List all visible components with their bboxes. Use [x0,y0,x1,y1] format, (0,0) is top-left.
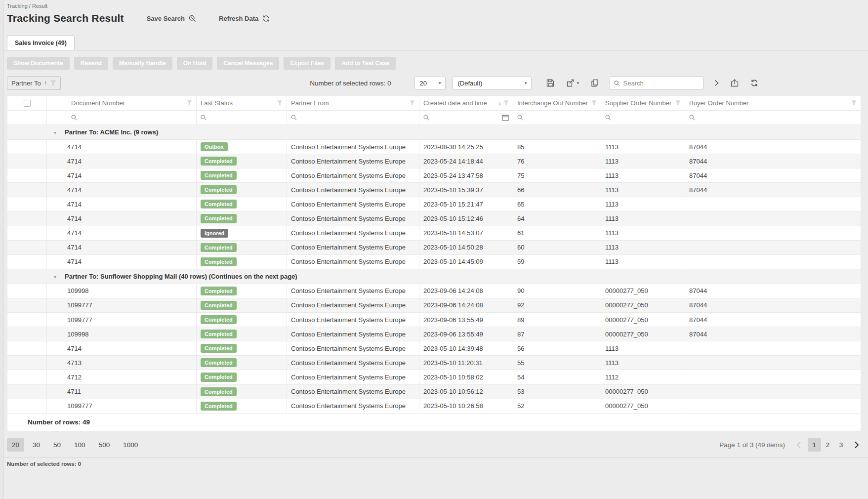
filter-icon[interactable] [851,100,857,106]
table-row[interactable]: 1099777CompletedContoso Entertainment Sy… [7,313,861,327]
row-select-cell[interactable] [7,168,47,183]
filter-cell-created-date-and-time[interactable] [419,111,513,125]
filter-cell-buyer-order-number[interactable] [685,111,861,125]
save-layout-button[interactable] [546,79,554,87]
toolbar-button-add-to-test-case[interactable]: Add to Test Case [335,57,396,70]
table-row[interactable]: 4714CompletedContoso Entertainment Syste… [7,183,861,197]
row-select-cell[interactable] [7,341,47,356]
filter-icon[interactable] [410,100,415,106]
table-row[interactable]: 4714CompletedContoso Entertainment Syste… [7,154,861,168]
filter-cell-last-status[interactable] [197,111,287,125]
row-select-cell[interactable] [7,370,47,384]
table-row[interactable]: 1099777CompletedContoso Entertainment Sy… [7,399,861,413]
group-by-chip[interactable]: Partner To ↑ [7,76,61,90]
row-select-cell[interactable] [7,240,47,254]
page-size-option-50[interactable]: 50 [48,438,66,452]
column-header-document-number[interactable]: Document Number [47,96,197,111]
chevron-right-icon [854,441,859,449]
filter-icon[interactable] [503,100,509,106]
table-row[interactable]: 4714CompletedContoso Entertainment Syste… [7,197,861,211]
row-select-cell[interactable] [7,211,47,226]
table-row[interactable]: 4714OutboxContoso Entertainment Systems … [7,140,861,154]
row-select-cell[interactable] [7,197,47,211]
page-size-option-1000[interactable]: 1000 [118,438,143,452]
column-header-buyer-order-number[interactable]: Buyer Order Number [685,96,861,111]
calendar-icon[interactable] [502,114,509,121]
table-row[interactable]: 4713CompletedContoso Entertainment Syste… [7,356,861,370]
filter-cell-supplier-order-number[interactable] [601,111,685,125]
cell-buyer-order-number: 87044 [685,168,861,183]
collapse-caret-icon[interactable]: ▾ [54,130,56,135]
row-select-cell[interactable] [7,140,47,154]
cell-created-date-and-time: 2023-05-24 13:47:58 [419,168,513,183]
table-row[interactable]: 4714CompletedContoso Entertainment Syste… [7,211,861,226]
row-select-cell[interactable] [7,298,47,312]
table-row[interactable]: 109998CompletedContoso Entertainment Sys… [7,284,861,298]
row-select-cell[interactable] [7,154,47,168]
table-row[interactable]: 1099777CompletedContoso Entertainment Sy… [7,298,861,312]
page-size-select[interactable]: 20 ▾ [414,77,446,90]
filter-cell-document-number[interactable] [47,111,197,125]
row-select-cell[interactable] [7,254,47,269]
layout-select[interactable]: (Default) ▾ [453,77,532,90]
toolbar-button-export-files[interactable]: Export Files [284,57,331,70]
filter-icon[interactable] [187,100,192,106]
table-row[interactable]: 4714CompletedContoso Entertainment Syste… [7,341,861,356]
row-select-cell[interactable] [7,384,47,399]
filter-cell-partner-from[interactable] [287,111,419,125]
column-header-partner-from[interactable]: Partner From [287,96,419,111]
column-header-supplier-order-number[interactable]: Supplier Order Number [601,96,685,111]
page-size-option-30[interactable]: 30 [28,438,45,452]
page-size-option-500[interactable]: 500 [94,438,115,452]
row-select-cell[interactable] [7,399,47,413]
toolbar-button-cancel-messages[interactable]: Cancel Messages [217,57,279,70]
column-header-interchange-out-number[interactable]: Interchange Out Number [513,96,601,111]
filter-icon[interactable] [591,100,597,106]
page-size-option-100[interactable]: 100 [69,438,90,452]
cell-buyer-order-number [685,211,861,226]
row-select-cell[interactable] [7,327,47,341]
row-select-cell[interactable] [7,284,47,298]
breadcrumb[interactable]: Tracking / Result [7,0,861,9]
pagination-page-3[interactable]: 3 [834,438,848,452]
row-select-cell[interactable] [7,226,47,240]
row-select-cell[interactable] [7,183,47,197]
table-row[interactable]: 4711CompletedContoso Entertainment Syste… [7,384,861,399]
pagination-page-2[interactable]: 2 [821,438,834,452]
toolbar-button-show-documents[interactable]: Show Documents [7,57,70,70]
refresh-grid-button[interactable] [750,79,758,87]
select-all-header[interactable] [7,96,47,111]
table-row[interactable]: 4712CompletedContoso Entertainment Syste… [7,370,861,384]
refresh-data-button[interactable]: Refresh Data [219,15,270,22]
pagination-next-button[interactable] [852,440,861,450]
save-search-button[interactable]: Save Search [147,15,196,22]
expand-panel-button[interactable] [714,80,719,86]
pagination-page-1[interactable]: 1 [808,438,821,452]
open-in-window-button[interactable] [731,79,739,87]
cell-supplier-order-number: 1113 [601,254,685,269]
export-button[interactable]: ▾ [566,79,579,87]
filter-icon[interactable] [277,100,283,106]
toolbar-button-resend[interactable]: Resend [74,57,108,70]
table-row[interactable]: 4714CompletedContoso Entertainment Syste… [7,254,861,269]
row-select-cell[interactable] [7,356,47,370]
select-all-checkbox[interactable] [24,100,31,107]
copy-button[interactable] [591,79,599,87]
page-size-option-20[interactable]: 20 [7,438,24,452]
table-row[interactable]: 109998CompletedContoso Entertainment Sys… [7,327,861,341]
column-header-last-status[interactable]: Last Status [197,96,287,111]
toolbar-button-manually-handle[interactable]: Manually Handle [113,57,172,70]
filter-icon[interactable] [675,100,681,106]
tab-sales-invoice[interactable]: Sales Invoice (49) [7,35,75,50]
toolbar-button-on-hold[interactable]: On Hold [177,57,213,70]
column-header-created-date-and-time[interactable]: Created date and time↓ [419,96,513,111]
filter-cell-interchange-out-number[interactable] [513,111,601,125]
table-row[interactable]: 4714CompletedContoso Entertainment Syste… [7,240,861,254]
table-row[interactable]: 4714IgnoredContoso Entertainment Systems… [7,226,861,240]
collapse-caret-icon[interactable]: ▾ [54,274,56,280]
magnifier-icon [689,115,695,121]
row-select-cell[interactable] [7,313,47,327]
search-input[interactable] [623,80,699,87]
pagination-prev-button[interactable] [794,440,803,450]
table-row[interactable]: 4714CompletedContoso Entertainment Syste… [7,168,861,183]
